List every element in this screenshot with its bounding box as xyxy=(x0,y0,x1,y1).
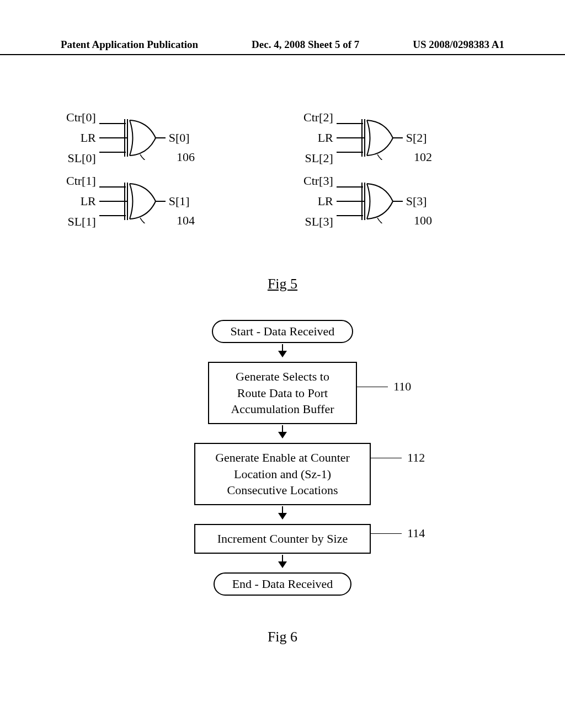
flowchart-step-1: Generate Selects to Route Data to Port A… xyxy=(208,362,357,424)
flowchart-step-3: Increment Counter by Size xyxy=(194,524,371,554)
start-label: Start - Data Received xyxy=(231,324,335,338)
gate-0-in1: Ctr[0] xyxy=(66,110,96,125)
figure-6: Start - Data Received Generate Selects t… xyxy=(61,320,504,645)
page-header: Patent Application Publication Dec. 4, 2… xyxy=(0,39,565,55)
gate-1-in3: SL[1] xyxy=(67,215,95,229)
or-gate-icon xyxy=(99,116,166,160)
gate-3-ref: 100 xyxy=(414,213,432,228)
gate-3-in3: SL[3] xyxy=(305,215,333,229)
gate-2-in2: LR xyxy=(318,131,333,145)
step2-line2: Location and (Sz-1) xyxy=(234,467,331,481)
header-left: Patent Application Publication xyxy=(61,39,198,51)
gate-2-in3: SL[2] xyxy=(305,151,333,165)
gate-0-ref: 106 xyxy=(177,150,195,164)
gate-1-out: S[1] xyxy=(169,194,190,208)
gate-1-ref: 104 xyxy=(177,213,195,228)
gate-0-in2: LR xyxy=(81,131,96,145)
step1-line1: Generate Selects to xyxy=(236,370,329,383)
callout-line-icon xyxy=(357,387,388,387)
arrow-down-icon xyxy=(282,506,283,518)
step3-ref: 114 xyxy=(407,526,425,540)
header-center: Dec. 4, 2008 Sheet 5 of 7 xyxy=(252,39,359,51)
or-gate-icon xyxy=(99,179,166,223)
header-right: US 2008/0298383 A1 xyxy=(413,39,504,51)
or-gate-icon xyxy=(337,116,403,160)
callout-line-icon xyxy=(371,533,402,534)
gate-3-in1: Ctr[3] xyxy=(303,174,333,188)
step2-line1: Generate Enable at Counter xyxy=(215,451,350,464)
flowchart-end: End - Data Received xyxy=(214,572,352,596)
step2-line3: Consecutive Locations xyxy=(227,483,338,497)
arrow-down-icon xyxy=(282,425,283,437)
gate-2-out: S[2] xyxy=(406,131,427,145)
gate-0: Ctr[0] LR SL[0] S[0] 106 xyxy=(66,110,190,165)
gate-2-ref: 102 xyxy=(414,150,432,164)
gate-1-in2: LR xyxy=(81,194,96,208)
figure-5: Ctr[0] LR SL[0] S[0] 106 xyxy=(61,110,504,292)
step1-line2: Route Data to Port xyxy=(237,386,328,400)
fig5-caption: Fig 5 xyxy=(268,276,297,292)
or-gate-icon xyxy=(337,179,403,223)
step3-line1: Increment Counter by Size xyxy=(217,532,348,545)
callout-line-icon xyxy=(371,458,402,458)
flowchart-step-2: Generate Enable at Counter Location and … xyxy=(194,443,371,505)
gate-0-out: S[0] xyxy=(169,131,190,145)
gate-1: Ctr[1] LR SL[1] S[1] 104 xyxy=(66,174,190,229)
arrow-down-icon xyxy=(282,555,283,567)
flowchart-start: Start - Data Received xyxy=(212,320,354,343)
gate-3-out: S[3] xyxy=(406,194,427,208)
step1-line3: Accumulation Buffer xyxy=(231,402,334,416)
gate-1-in1: Ctr[1] xyxy=(66,174,96,188)
gate-3-in2: LR xyxy=(318,194,333,208)
step2-ref: 112 xyxy=(407,451,425,465)
arrow-down-icon xyxy=(282,344,283,356)
gate-2: Ctr[2] LR SL[2] S[2] 102 xyxy=(303,110,427,165)
gate-0-in3: SL[0] xyxy=(67,151,95,165)
gate-2-in1: Ctr[2] xyxy=(303,110,333,125)
gate-3: Ctr[3] LR SL[3] S[3] 100 xyxy=(303,174,427,229)
fig6-caption: Fig 6 xyxy=(268,629,297,645)
step1-ref: 110 xyxy=(393,379,411,394)
end-label: End - Data Received xyxy=(232,577,333,591)
